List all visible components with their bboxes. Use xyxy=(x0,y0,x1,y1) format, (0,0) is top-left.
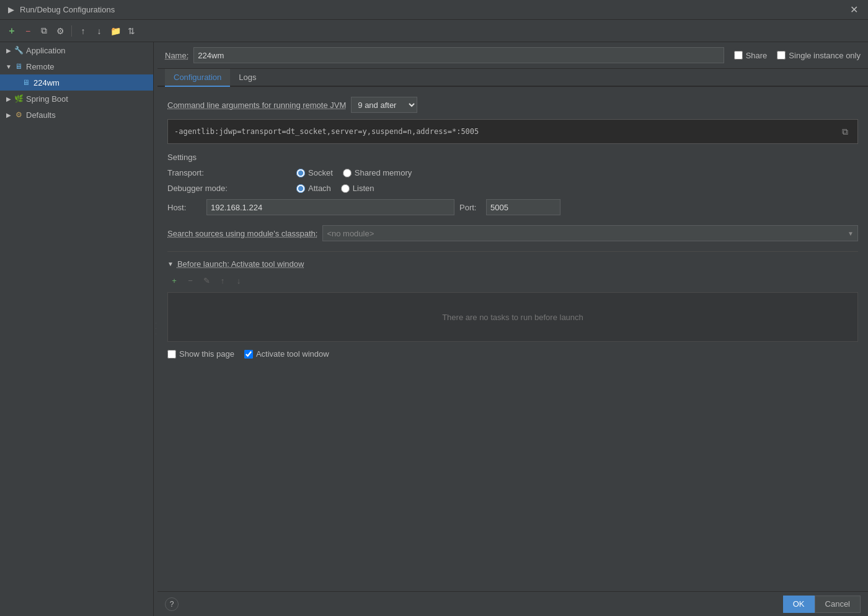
launch-remove-button: − xyxy=(184,274,197,287)
before-launch-arrow-icon: ▼ xyxy=(167,261,174,267)
folder-button[interactable]: 📁 xyxy=(108,24,122,38)
single-instance-checkbox-label[interactable]: Single instance only xyxy=(777,51,861,60)
remove-config-button[interactable]: − xyxy=(21,24,35,38)
window-title: Run/Debug Configurations xyxy=(20,5,846,14)
classpath-dropdown[interactable]: <no module> ▼ xyxy=(322,225,858,241)
toolbar-separator-1 xyxy=(71,25,72,37)
launch-edit-button: ✎ xyxy=(200,274,213,287)
application-icon: 🔧 xyxy=(14,45,24,55)
port-label: Port: xyxy=(459,203,481,212)
debugger-attach-label[interactable]: Attach xyxy=(296,184,331,193)
port-input[interactable] xyxy=(486,199,560,215)
show-page-checkbox-label[interactable]: Show this page xyxy=(167,349,234,359)
transport-shared-memory-radio[interactable] xyxy=(343,169,352,177)
transport-socket-radio[interactable] xyxy=(296,169,305,177)
cmd-text: -agentlib:jdwp=transport=dt_socket,serve… xyxy=(174,127,839,136)
remote-icon: 🖥 xyxy=(14,61,24,71)
224wm-icon: 🖥 xyxy=(21,78,31,87)
copy-config-button[interactable]: ⧉ xyxy=(37,24,51,38)
transport-label: Transport: xyxy=(167,168,291,177)
share-checkbox[interactable] xyxy=(734,51,743,60)
settings-title: Settings xyxy=(167,153,858,162)
show-page-checkbox[interactable] xyxy=(167,350,176,359)
transport-radio-group: Socket Shared memory xyxy=(296,168,412,177)
transport-row: Transport: Socket Shared memory xyxy=(167,168,858,177)
224wm-arrow xyxy=(12,79,20,86)
defaults-arrow: ▶ xyxy=(5,111,12,118)
host-port-row: Host: Port: xyxy=(167,199,858,215)
ok-button[interactable]: OK xyxy=(783,596,815,613)
main-content: ▶ 🔧 Application ▼ 🖥 Remote 🖥 224wm ▶ 🌿 S… xyxy=(0,42,868,616)
sidebar-item-application[interactable]: ▶ 🔧 Application xyxy=(0,42,153,58)
name-input[interactable] xyxy=(193,47,724,63)
move-down-button[interactable]: ↓ xyxy=(92,24,106,38)
jvm-version-select[interactable]: 9 and after 8 and earlier xyxy=(351,97,417,113)
debugger-attach-text: Attach xyxy=(308,184,331,193)
remote-label: Remote xyxy=(26,62,55,71)
sidebar-item-remote[interactable]: ▼ 🖥 Remote xyxy=(0,58,153,74)
jvm-label: Command line arguments for running remot… xyxy=(167,100,346,110)
launch-up-button: ↑ xyxy=(216,274,229,287)
name-bar: Name: Share Single instance only xyxy=(157,42,868,69)
application-label: Application xyxy=(26,46,66,55)
before-launch-title: Before launch: Activate tool window xyxy=(177,259,304,269)
title-bar: ▶ Run/Debug Configurations ✕ xyxy=(0,0,868,20)
single-instance-checkbox[interactable] xyxy=(777,51,786,60)
debugger-listen-text: Listen xyxy=(353,184,374,193)
debugger-listen-label[interactable]: Listen xyxy=(341,184,374,193)
ok-cancel-area: OK Cancel xyxy=(783,596,861,613)
add-config-button[interactable]: + xyxy=(5,24,19,38)
bottom-options: Show this page Activate tool window xyxy=(167,349,858,359)
defaults-icon: ⚙ xyxy=(14,110,24,120)
spring-boot-label: Spring Boot xyxy=(26,94,68,104)
transport-shared-memory-label[interactable]: Shared memory xyxy=(343,168,412,177)
application-arrow: ▶ xyxy=(5,47,12,54)
name-field-label: Name: xyxy=(165,51,188,60)
close-button[interactable]: ✕ xyxy=(846,2,862,17)
config-panel: Command line arguments for running remot… xyxy=(157,87,868,591)
move-up-button[interactable]: ↑ xyxy=(76,24,90,38)
spring-boot-icon: 🌿 xyxy=(14,94,24,104)
activate-window-text: Activate tool window xyxy=(256,349,329,359)
right-panel: Name: Share Single instance only Configu… xyxy=(157,42,868,616)
transport-socket-text: Socket xyxy=(308,168,333,177)
classpath-arrow-icon: ▼ xyxy=(848,230,854,237)
window: ▶ Run/Debug Configurations ✕ + − ⧉ ⚙ ↑ ↓… xyxy=(0,0,868,616)
before-launch-header[interactable]: ▼ Before launch: Activate tool window xyxy=(167,259,858,269)
empty-tasks-text: There are no tasks to run before launch xyxy=(442,313,583,322)
transport-shared-memory-text: Shared memory xyxy=(355,168,412,177)
debugger-attach-radio[interactable] xyxy=(296,184,305,193)
help-icon: ? xyxy=(170,600,174,609)
transport-socket-label[interactable]: Socket xyxy=(296,168,333,177)
debugger-listen-radio[interactable] xyxy=(341,184,350,193)
sidebar-item-224wm[interactable]: 🖥 224wm xyxy=(0,74,153,91)
tab-configuration[interactable]: Configuration xyxy=(165,69,230,87)
divider-1 xyxy=(167,251,858,252)
sidebar-item-defaults[interactable]: ▶ ⚙ Defaults xyxy=(0,107,153,123)
activate-window-checkbox[interactable] xyxy=(244,350,253,359)
sidebar-item-spring-boot[interactable]: ▶ 🌿 Spring Boot xyxy=(0,91,153,107)
activate-window-checkbox-label[interactable]: Activate tool window xyxy=(244,349,329,359)
copy-icon[interactable]: ⧉ xyxy=(839,125,851,138)
jvm-dropdown: 9 and after 8 and earlier xyxy=(351,97,417,113)
host-input[interactable] xyxy=(206,199,454,215)
share-area: Share Single instance only xyxy=(734,51,861,60)
sidebar: ▶ 🔧 Application ▼ 🖥 Remote 🖥 224wm ▶ 🌿 S… xyxy=(0,42,154,616)
tabs-bar: Configuration Logs xyxy=(157,69,868,87)
share-label: Share xyxy=(746,51,768,60)
tab-logs[interactable]: Logs xyxy=(230,69,265,87)
single-instance-label: Single instance only xyxy=(789,51,861,60)
help-button[interactable]: ? xyxy=(165,597,179,611)
launch-add-button[interactable]: + xyxy=(167,274,181,287)
settings-section: Settings Transport: Socket Shared memory xyxy=(167,153,858,215)
classpath-value: <no module> xyxy=(327,229,848,238)
sort-button[interactable]: ⇅ xyxy=(125,24,138,38)
launch-down-button: ↓ xyxy=(232,274,246,287)
share-checkbox-label[interactable]: Share xyxy=(734,51,768,60)
gear-config-button[interactable]: ⚙ xyxy=(53,24,67,38)
debugger-mode-label: Debugger mode: xyxy=(167,184,291,193)
remote-arrow: ▼ xyxy=(5,63,12,70)
host-label: Host: xyxy=(167,203,202,212)
cancel-button[interactable]: Cancel xyxy=(815,596,861,613)
defaults-label: Defaults xyxy=(26,110,56,120)
